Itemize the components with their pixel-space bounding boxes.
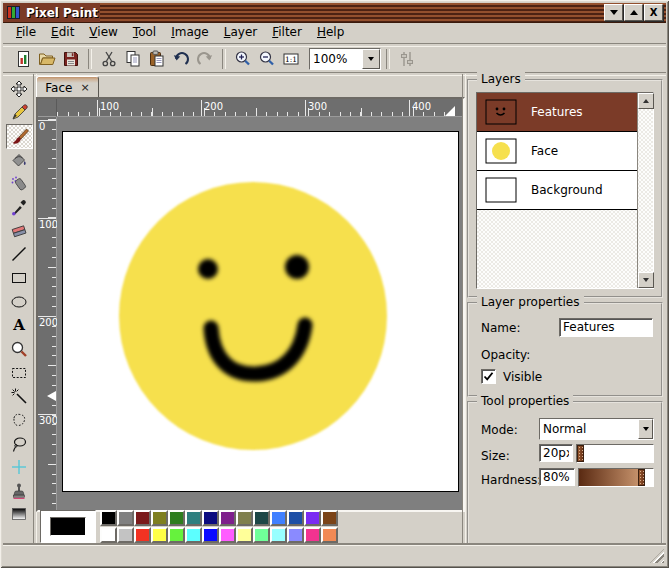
menu-view[interactable]: View	[83, 23, 123, 41]
tool-paintbrush-button[interactable]	[6, 124, 33, 149]
palette-swatch[interactable]	[151, 510, 168, 526]
tool-eraser-button[interactable]	[6, 219, 31, 242]
palette-swatch[interactable]	[100, 510, 117, 526]
tool-free-select-button[interactable]	[6, 408, 31, 431]
mode-dropdown-button[interactable]	[638, 419, 653, 439]
palette-swatch[interactable]	[100, 527, 117, 543]
smiley-face-circle	[119, 182, 387, 450]
maximize-button[interactable]	[624, 4, 643, 21]
tool-gradient-button[interactable]	[6, 502, 31, 525]
tool-guides-button[interactable]	[6, 455, 31, 478]
current-color-indicator[interactable]	[40, 510, 96, 543]
redo-button[interactable]	[193, 47, 217, 71]
tool-pencil-button[interactable]	[6, 101, 31, 124]
palette-swatch[interactable]	[219, 527, 236, 543]
title-bar[interactable]: Pixel Paint X	[3, 3, 666, 23]
tool-ellipse-button[interactable]	[6, 290, 31, 313]
menu-file[interactable]: File	[10, 23, 42, 41]
palette-swatch[interactable]	[117, 510, 134, 526]
zoom-level-dropdown-button[interactable]	[362, 49, 380, 69]
palette-swatch[interactable]	[151, 527, 168, 543]
palette-swatch[interactable]	[321, 510, 338, 526]
hardness-input[interactable]	[540, 469, 574, 485]
layer-row-face[interactable]: Face	[477, 132, 638, 171]
menu-layer[interactable]: Layer	[218, 23, 263, 41]
visible-label: Visible	[503, 370, 542, 384]
tool-line-button[interactable]	[6, 242, 31, 265]
hardness-slider[interactable]	[578, 468, 654, 487]
paste-button[interactable]	[145, 47, 169, 71]
tool-zoom-button[interactable]	[6, 337, 31, 360]
save-button[interactable]	[59, 47, 83, 71]
copy-button[interactable]	[121, 47, 145, 71]
palette-swatch[interactable]	[236, 510, 253, 526]
menu-image[interactable]: Image	[165, 23, 215, 41]
palette-swatch[interactable]	[321, 527, 338, 543]
minimize-button[interactable]	[604, 4, 623, 21]
scroll-up-button[interactable]	[638, 93, 654, 109]
palette-swatch[interactable]	[270, 527, 287, 543]
tool-fill-button[interactable]	[6, 148, 31, 171]
menu-edit[interactable]: Edit	[45, 23, 80, 41]
tab-face[interactable]: Face ×	[36, 76, 99, 99]
size-slider[interactable]	[576, 444, 654, 463]
menu-filter[interactable]: Filter	[266, 23, 308, 41]
open-button[interactable]	[35, 47, 59, 71]
palette-swatch[interactable]	[270, 510, 287, 526]
zoom-level-combobox[interactable]	[309, 48, 381, 70]
scroll-down-button[interactable]	[638, 272, 654, 288]
hardness-slider-handle[interactable]	[638, 469, 645, 486]
menu-tool[interactable]: Tool	[127, 23, 162, 41]
zoom-out-button[interactable]	[255, 47, 279, 71]
palette-swatch[interactable]	[304, 527, 321, 543]
palette-swatch[interactable]	[168, 510, 185, 526]
actual-size-button[interactable]: 1:1	[279, 47, 303, 71]
layer-row-background[interactable]: Background	[477, 171, 638, 210]
visible-checkbox[interactable]	[481, 369, 496, 384]
palette-swatch[interactable]	[253, 527, 270, 543]
adjustments-button[interactable]	[395, 47, 419, 71]
tool-airbrush-button[interactable]	[6, 172, 31, 195]
tool-color-picker-button[interactable]	[6, 195, 31, 218]
layer-name-input[interactable]	[560, 319, 652, 335]
palette-swatch[interactable]	[185, 527, 202, 543]
layers-scrollbar[interactable]	[637, 93, 653, 288]
palette-swatch[interactable]	[287, 527, 304, 543]
layer-row-features[interactable]: Features	[477, 93, 638, 132]
palette-swatch[interactable]	[168, 527, 185, 543]
resize-grip[interactable]	[650, 549, 664, 563]
palette-swatch[interactable]	[287, 510, 304, 526]
tool-magic-wand-button[interactable]	[6, 384, 31, 407]
status-bar	[3, 545, 666, 565]
tool-lasso-button[interactable]	[6, 432, 31, 455]
size-slider-handle[interactable]	[577, 445, 584, 462]
palette-swatch[interactable]	[304, 510, 321, 526]
panel-divider	[462, 74, 466, 545]
tab-close-button[interactable]: ×	[80, 82, 89, 93]
size-input[interactable]	[540, 445, 572, 461]
palette-swatch[interactable]	[185, 510, 202, 526]
palette-swatch[interactable]	[134, 510, 151, 526]
cut-button[interactable]	[97, 47, 121, 71]
menu-help[interactable]: Help	[311, 23, 350, 41]
palette-swatch[interactable]	[253, 510, 270, 526]
zoom-level-value[interactable]	[310, 49, 362, 69]
undo-button[interactable]	[169, 47, 193, 71]
palette-swatch[interactable]	[117, 527, 134, 543]
tool-rect-select-button[interactable]	[6, 361, 31, 384]
tool-text-button[interactable]: A	[6, 313, 31, 336]
mode-combobox[interactable]	[539, 418, 654, 440]
palette-swatch[interactable]	[202, 510, 219, 526]
tool-move-button[interactable]	[6, 77, 31, 100]
mode-value[interactable]	[540, 419, 638, 439]
palette-swatch[interactable]	[134, 527, 151, 543]
new-button[interactable]	[11, 47, 35, 71]
palette-swatch[interactable]	[236, 527, 253, 543]
zoom-in-button[interactable]	[231, 47, 255, 71]
close-button[interactable]: X	[644, 4, 663, 21]
palette-swatch[interactable]	[219, 510, 236, 526]
drawing-canvas[interactable]	[62, 131, 459, 492]
palette-swatch[interactable]	[202, 527, 219, 543]
tool-clone-stamp-button[interactable]	[6, 479, 31, 502]
tool-rectangle-button[interactable]	[6, 266, 31, 289]
